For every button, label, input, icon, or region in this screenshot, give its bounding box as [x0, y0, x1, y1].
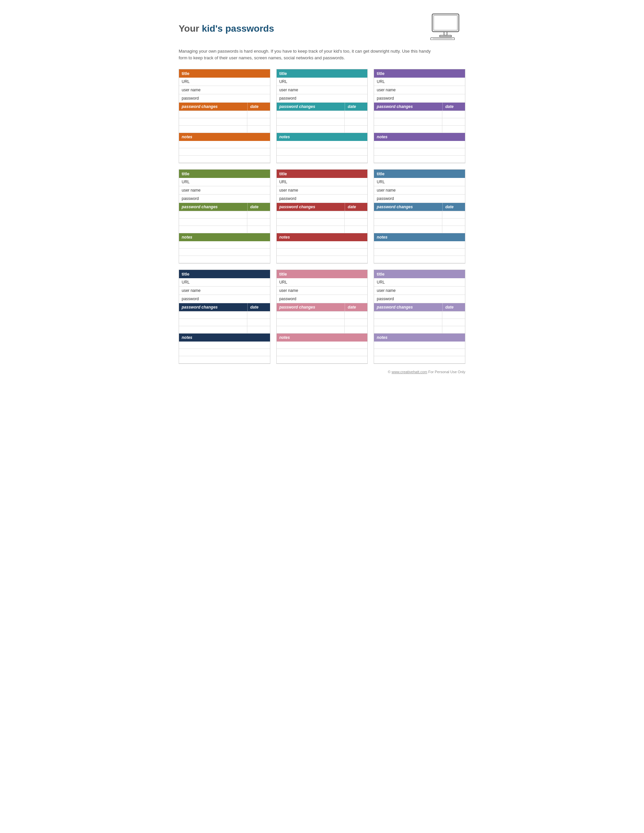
cards-row-2: title URL user name password password ch… — [179, 169, 465, 264]
card-7-password: password — [179, 295, 270, 303]
card-1-blank-1 — [179, 111, 270, 118]
card-6-blank-3 — [374, 226, 465, 233]
card-4-note-2 — [179, 249, 270, 256]
card-8: title URL user name password password ch… — [276, 270, 368, 364]
card-2-username: user name — [277, 86, 368, 94]
card-2-blank-1 — [277, 111, 368, 118]
card-1-date-label: date — [247, 103, 270, 111]
card-2-pw-changes: password changes date — [277, 103, 368, 111]
card-9-note-2 — [374, 349, 465, 356]
card-8-password: password — [277, 295, 368, 303]
card-8-url: URL — [277, 278, 368, 286]
card-9-notes-rows — [374, 341, 465, 363]
card-3-url: URL — [374, 78, 465, 86]
card-5-pw-changes-label: password changes — [277, 203, 345, 211]
card-6-title: title — [374, 170, 465, 178]
card-3-pw-changes: password changes date — [374, 103, 465, 111]
card-2-blank-3 — [277, 125, 368, 133]
card-3-note-3 — [374, 156, 465, 163]
card-7: title URL user name password password ch… — [179, 270, 270, 364]
card-4-note-3 — [179, 256, 270, 263]
card-2-notes: notes — [277, 133, 368, 141]
svg-rect-1 — [434, 15, 457, 30]
card-4-pw-changes: password changes date — [179, 203, 270, 211]
card-3-username: user name — [374, 86, 465, 94]
card-7-notes: notes — [179, 333, 270, 341]
card-6: title URL user name password password ch… — [374, 169, 465, 264]
svg-rect-0 — [432, 14, 459, 32]
card-5-username: user name — [277, 186, 368, 195]
card-2-title: title — [277, 69, 368, 78]
cards-row-3: title URL user name password password ch… — [179, 270, 465, 364]
card-8-username: user name — [277, 286, 368, 295]
card-7-blank-3 — [179, 326, 270, 333]
card-9-note-3 — [374, 356, 465, 363]
card-7-note-1 — [179, 341, 270, 349]
card-1-url: URL — [179, 78, 270, 86]
card-1-pw-changes-label: password changes — [179, 103, 247, 111]
card-3-blank-2 — [374, 118, 465, 125]
card-3-title: title — [374, 69, 465, 78]
card-3: title URL user name password password ch… — [374, 69, 465, 163]
card-5-password: password — [277, 195, 368, 203]
card-1-blank-3 — [179, 125, 270, 133]
card-7-blank-2 — [179, 319, 270, 326]
card-5-date-label: date — [345, 203, 367, 211]
card-5: title URL user name password password ch… — [276, 169, 368, 264]
card-2-date-label: date — [345, 103, 367, 111]
card-7-note-3 — [179, 356, 270, 363]
card-8-note-1 — [277, 341, 368, 349]
card-6-notes: notes — [374, 233, 465, 241]
footer-link[interactable]: www.creativehatt.com — [392, 370, 427, 374]
page-title: Your kid's passwords — [179, 23, 274, 34]
footer: © www.creativehatt.com For Personal Use … — [179, 370, 465, 374]
card-9-blank-2 — [374, 319, 465, 326]
card-1-note-1 — [179, 141, 270, 148]
card-6-notes-rows — [374, 241, 465, 263]
card-4-date-label: date — [247, 203, 270, 211]
card-3-password: password — [374, 94, 465, 103]
title-plain: Your — [179, 23, 202, 34]
card-8-title: title — [277, 270, 368, 278]
card-3-notes: notes — [374, 133, 465, 141]
card-7-date-label: date — [247, 303, 270, 311]
card-9-pw-changes-label: password changes — [374, 303, 442, 311]
card-5-pw-changes: password changes date — [277, 203, 368, 211]
card-9-url: URL — [374, 278, 465, 286]
card-1-title: title — [179, 69, 270, 78]
card-8-blank-2 — [277, 319, 368, 326]
card-8-note-3 — [277, 356, 368, 363]
card-9: title URL user name password password ch… — [374, 270, 465, 364]
card-4-blank-1 — [179, 211, 270, 219]
card-9-date-label: date — [442, 303, 465, 311]
card-4: title URL user name password password ch… — [179, 169, 270, 264]
card-3-notes-rows — [374, 141, 465, 163]
card-3-note-2 — [374, 148, 465, 156]
card-4-notes: notes — [179, 233, 270, 241]
card-5-notes-rows — [277, 241, 368, 263]
card-6-note-1 — [374, 241, 465, 249]
card-4-blank-3 — [179, 226, 270, 233]
card-8-blank-1 — [277, 312, 368, 319]
card-1-notes: notes — [179, 133, 270, 141]
card-4-notes-rows — [179, 241, 270, 263]
card-2-pw-changes-label: password changes — [277, 103, 345, 111]
card-2-note-2 — [277, 148, 368, 156]
card-7-note-2 — [179, 349, 270, 356]
description: Managing your own passwords is hard enou… — [179, 48, 432, 61]
card-8-note-2 — [277, 349, 368, 356]
card-8-notes: notes — [277, 333, 368, 341]
card-1-password: password — [179, 94, 270, 103]
card-5-blank-1 — [277, 211, 368, 219]
card-7-blank-1 — [179, 312, 270, 319]
card-9-username: user name — [374, 286, 465, 295]
card-3-note-1 — [374, 141, 465, 148]
card-7-pw-changes: password changes date — [179, 303, 270, 312]
card-5-notes: notes — [277, 233, 368, 241]
card-4-blank-2 — [179, 219, 270, 226]
card-2-note-3 — [277, 156, 368, 163]
card-3-pw-changes-label: password changes — [374, 103, 442, 111]
card-1-username: user name — [179, 86, 270, 94]
card-6-pw-changes-label: password changes — [374, 203, 442, 211]
card-6-blank-1 — [374, 211, 465, 219]
